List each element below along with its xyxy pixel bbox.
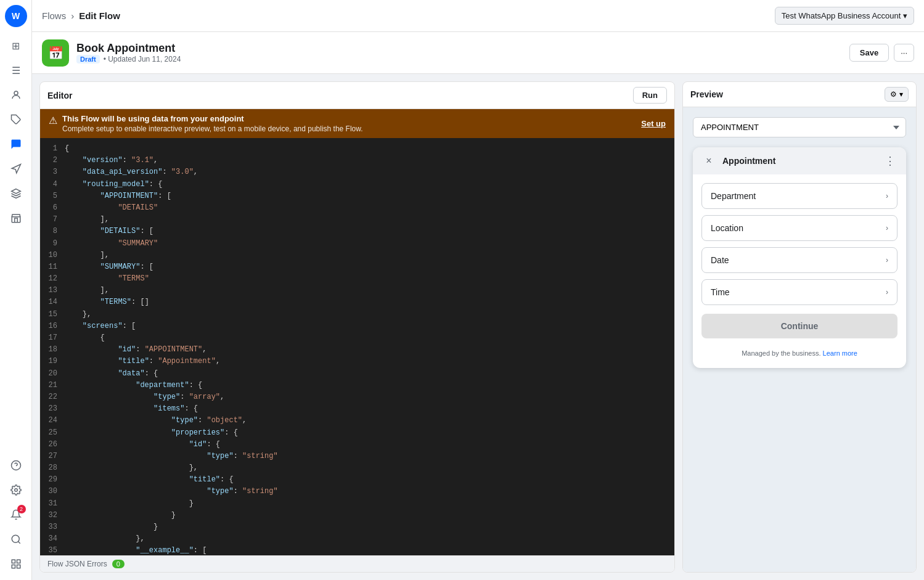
preview-title: Preview xyxy=(690,89,723,99)
line-number: 13 xyxy=(40,285,65,296)
svg-point-5 xyxy=(12,535,19,542)
code-line: 19 "title": "Appointment", xyxy=(40,356,674,367)
line-number: 28 xyxy=(40,462,65,474)
warning-subtitle: Complete setup to enable interactive pre… xyxy=(62,125,363,133)
line-content: } xyxy=(65,498,674,510)
settings-gear-icon: ⚙ xyxy=(890,90,897,99)
line-content: "DETAILS": [ xyxy=(65,226,674,237)
line-content: "type": "string" xyxy=(65,451,674,462)
code-editor[interactable]: 1{2 "version": "3.1",3 "data_api_version… xyxy=(40,138,674,555)
sidebar-icon-chat[interactable] xyxy=(5,133,27,155)
wa-field-location-label: Location xyxy=(711,223,743,233)
sidebar-icon-home[interactable]: ⊞ xyxy=(5,35,27,57)
code-line: 1{ xyxy=(40,143,674,155)
line-number: 32 xyxy=(40,510,65,521)
breadcrumb-flows[interactable]: Flows xyxy=(42,10,66,21)
svg-line-6 xyxy=(18,541,20,543)
setup-link[interactable]: Set up xyxy=(641,119,666,128)
svg-rect-10 xyxy=(17,565,20,568)
wa-continue-button[interactable]: Continue xyxy=(701,314,897,338)
line-content: "title": "Appointment", xyxy=(65,356,674,367)
code-line: 26 "id": { xyxy=(40,439,674,451)
line-content: "screens": [ xyxy=(65,321,674,332)
line-content: ], xyxy=(65,285,674,296)
flow-header-left: 📅 Book Appointment Draft • Updated Jun 1… xyxy=(42,39,181,67)
wa-card-header-left: × Appointment xyxy=(701,153,775,168)
error-count: 0 xyxy=(112,560,125,568)
code-line: 2 "version": "3.1", xyxy=(40,155,674,166)
more-button[interactable]: ··· xyxy=(894,44,914,62)
flow-header: 📅 Book Appointment Draft • Updated Jun 1… xyxy=(32,32,924,74)
line-content: ], xyxy=(65,214,674,226)
code-line: 17 { xyxy=(40,332,674,344)
editor-toolbar: Editor Run xyxy=(40,82,674,109)
sidebar-icon-help[interactable] xyxy=(5,454,27,476)
code-line: 28 }, xyxy=(40,462,674,474)
wa-field-time-arrow: › xyxy=(886,288,888,296)
sidebar-icon-store[interactable] xyxy=(5,207,27,229)
code-line: 13 ], xyxy=(40,285,674,296)
line-content: "title": { xyxy=(65,474,674,486)
line-number: 2 xyxy=(40,155,65,166)
screen-select-dropdown[interactable]: APPOINTMENT DETAILS SUMMARY TERMS xyxy=(693,117,906,137)
code-line: 24 "type": "object", xyxy=(40,415,674,427)
code-line: 25 "properties": { xyxy=(40,427,674,439)
code-line: 8 "DETAILS": [ xyxy=(40,226,674,237)
sidebar-icon-search[interactable] xyxy=(5,528,27,550)
error-bar: Flow JSON Errors 0 xyxy=(40,555,674,572)
wa-field-time-label: Time xyxy=(711,287,730,297)
svg-point-4 xyxy=(14,489,17,492)
sidebar-icon-settings[interactable] xyxy=(5,479,27,501)
run-button[interactable]: Run xyxy=(633,87,667,104)
wa-field-date-arrow: › xyxy=(886,256,888,264)
line-content: "type": "object", xyxy=(65,415,674,427)
wa-field-department[interactable]: Department › xyxy=(701,183,897,209)
wa-learn-more-link[interactable]: Learn more xyxy=(823,349,857,357)
code-line: 32 } xyxy=(40,510,674,521)
line-number: 10 xyxy=(40,250,65,261)
sidebar-icon-broadcast[interactable] xyxy=(5,158,27,180)
code-line: 27 "type": "string" xyxy=(40,451,674,462)
screen-selector[interactable]: APPOINTMENT DETAILS SUMMARY TERMS xyxy=(693,117,906,137)
sidebar-icon-box[interactable] xyxy=(5,182,27,205)
line-number: 29 xyxy=(40,474,65,486)
sidebar-icon-tag[interactable] xyxy=(5,108,27,131)
line-number: 17 xyxy=(40,332,65,344)
draft-badge: Draft xyxy=(76,55,100,63)
sidebar-icon-grid[interactable] xyxy=(5,553,27,575)
code-line: 23 "items": { xyxy=(40,403,674,415)
wa-field-time[interactable]: Time › xyxy=(701,279,897,305)
line-number: 12 xyxy=(40,273,65,285)
topbar: Flows › Edit Flow Test WhatsApp Business… xyxy=(32,0,924,32)
svg-point-0 xyxy=(14,91,18,95)
flow-icon: 📅 xyxy=(42,39,69,67)
save-button[interactable]: Save xyxy=(849,44,889,62)
wa-close-button[interactable]: × xyxy=(701,153,716,168)
code-line: 29 "title": { xyxy=(40,474,674,486)
flow-title: Book Appointment xyxy=(76,42,181,55)
code-line: 14 "TERMS": [] xyxy=(40,296,674,308)
code-line: 15 }, xyxy=(40,309,674,321)
sidebar-icon-user[interactable] xyxy=(5,84,27,106)
sidebar-icon-notifications[interactable]: 2 xyxy=(5,504,27,526)
sidebar-icon-menu[interactable]: ☰ xyxy=(5,59,27,81)
wa-field-location[interactable]: Location › xyxy=(701,215,897,241)
code-line: 31 } xyxy=(40,498,674,510)
line-number: 21 xyxy=(40,380,65,391)
line-number: 1 xyxy=(40,143,65,155)
svg-rect-8 xyxy=(17,560,20,563)
wa-field-date[interactable]: Date › xyxy=(701,247,897,273)
line-number: 16 xyxy=(40,321,65,332)
line-content: "properties": { xyxy=(65,427,674,439)
account-selector[interactable]: Test WhatsApp Business Account ▾ xyxy=(775,7,914,25)
line-number: 27 xyxy=(40,451,65,462)
code-line: 22 "type": "array", xyxy=(40,391,674,403)
wa-more-button[interactable]: ⋮ xyxy=(883,153,897,168)
line-number: 6 xyxy=(40,202,65,214)
topbar-right: Test WhatsApp Business Account ▾ xyxy=(775,7,914,25)
line-number: 5 xyxy=(40,190,65,202)
line-number: 9 xyxy=(40,238,65,250)
line-content: } xyxy=(65,510,674,521)
preview-settings-button[interactable]: ⚙ ▾ xyxy=(885,87,909,102)
line-content: "APPOINTMENT": [ xyxy=(65,190,674,202)
